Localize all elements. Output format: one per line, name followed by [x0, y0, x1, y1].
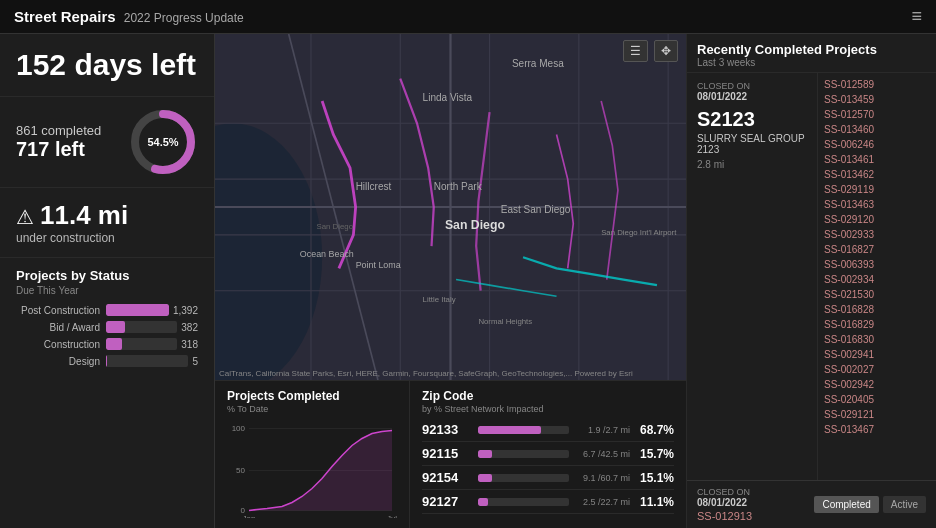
- list-item[interactable]: SS-013463: [824, 197, 930, 212]
- list-item[interactable]: SS-016829: [824, 317, 930, 332]
- rcp-detail-pane: CLOSED ON 08/01/2022 S2123 SLURRY SEAL G…: [687, 73, 817, 480]
- list-item[interactable]: SS-029120: [824, 212, 930, 227]
- list-item[interactable]: SS-002934: [824, 272, 930, 287]
- zip-code-value: 92127: [422, 494, 472, 509]
- zip-pct: 15.7%: [636, 447, 674, 461]
- bar-row: Construction 318: [16, 338, 198, 350]
- zip-pct: 15.1%: [636, 471, 674, 485]
- svg-text:North Park: North Park: [434, 181, 483, 192]
- list-item[interactable]: SS-002941: [824, 347, 930, 362]
- zip-bar: [478, 450, 569, 458]
- footer-tabs: Completed Active: [814, 496, 926, 513]
- rcp-title: Recently Completed Projects: [697, 42, 926, 57]
- bar-row: Post Construction 1,392: [16, 304, 198, 316]
- list-item[interactable]: SS-013461: [824, 152, 930, 167]
- rcp-footer-closed-date: 08/01/2022: [697, 497, 752, 508]
- zip-code-value: 92115: [422, 446, 472, 461]
- construction-label: under construction: [16, 231, 198, 245]
- rcp-project-id: S2123: [697, 108, 807, 131]
- projects-status-subtitle: Due This Year: [16, 285, 198, 296]
- zip-row: 92115 6.7 /42.5 mi 15.7%: [422, 442, 674, 466]
- left-count: 717 left: [16, 138, 101, 161]
- map-expand-btn[interactable]: ✥: [654, 40, 678, 62]
- tab-active[interactable]: Active: [883, 496, 926, 513]
- tab-completed[interactable]: Completed: [814, 496, 878, 513]
- svg-text:San Diego: San Diego: [317, 222, 354, 231]
- bar-fill: [106, 321, 125, 333]
- days-left-block: 152 days left: [0, 34, 214, 97]
- svg-text:Serra Mesa: Serra Mesa: [512, 58, 564, 69]
- zip-mi: 9.1 /60.7 mi: [575, 473, 630, 483]
- construction-mi: 11.4 mi: [40, 200, 128, 231]
- list-item[interactable]: SS-002027: [824, 362, 930, 377]
- zip-code-value: 92154: [422, 470, 472, 485]
- list-item[interactable]: SS-006246: [824, 137, 930, 152]
- rcp-footer-closed-label: CLOSED ON: [697, 487, 752, 497]
- rcp-footer: CLOSED ON 08/01/2022 SS-012913 Completed…: [687, 480, 936, 528]
- list-item[interactable]: SS-013467: [824, 422, 930, 437]
- list-item[interactable]: SS-012589: [824, 77, 930, 92]
- days-left-value: 152 days left: [16, 48, 198, 82]
- bar-value: 318: [181, 339, 198, 350]
- construction-icon: ⚠: [16, 205, 34, 229]
- list-item[interactable]: SS-013459: [824, 92, 930, 107]
- zip-bar-fill: [478, 426, 541, 434]
- line-chart-svg: 100 50 0 Jan Jul: [227, 418, 397, 518]
- list-item[interactable]: SS-012570: [824, 107, 930, 122]
- main-layout: 152 days left 861 completed 717 left 54.…: [0, 34, 936, 528]
- list-item[interactable]: SS-029121: [824, 407, 930, 422]
- zip-row: 92154 9.1 /60.7 mi 15.1%: [422, 466, 674, 490]
- rcp-closed-label: CLOSED ON: [697, 81, 807, 91]
- list-item[interactable]: SS-021530: [824, 287, 930, 302]
- menu-icon[interactable]: ≡: [911, 6, 922, 27]
- bar-track: [106, 304, 169, 316]
- rcp-footer-project-id: SS-012913: [697, 510, 752, 522]
- projects-by-status-block: Projects by Status Due This Year Post Co…: [0, 258, 214, 528]
- completed-count: 861 completed: [16, 123, 101, 138]
- map-layers-btn[interactable]: ☰: [623, 40, 648, 62]
- map-svg: Serra Mesa Linda Vista Hillcrest North P…: [215, 34, 686, 380]
- list-item[interactable]: SS-002933: [824, 227, 930, 242]
- list-item[interactable]: SS-016828: [824, 302, 930, 317]
- bar-label: Design: [16, 356, 106, 367]
- bar-fill: [106, 355, 107, 367]
- list-item[interactable]: SS-013462: [824, 167, 930, 182]
- map-panel: ☰ ✥: [215, 34, 686, 380]
- zip-title: Zip Code: [422, 389, 674, 403]
- list-item[interactable]: SS-016827: [824, 242, 930, 257]
- bar-value: 1,392: [173, 305, 198, 316]
- list-item[interactable]: SS-020405: [824, 392, 930, 407]
- zip-subtitle: by % Street Network Impacted: [422, 404, 674, 414]
- list-item[interactable]: SS-029119: [824, 182, 930, 197]
- list-item[interactable]: SS-013460: [824, 122, 930, 137]
- list-item[interactable]: SS-002942: [824, 377, 930, 392]
- map-attribution: CalTrans, California State Parks, Esri, …: [219, 369, 633, 378]
- app-title: Street Repairs: [14, 8, 116, 25]
- chart-subtitle: % To Date: [227, 404, 397, 414]
- bar-track: [106, 355, 188, 367]
- zip-bar: [478, 426, 569, 434]
- zip-mi: 1.9 /2.7 mi: [575, 425, 630, 435]
- list-item[interactable]: SS-016830: [824, 332, 930, 347]
- rcp-closed-date: 08/01/2022: [697, 91, 807, 102]
- rcp-project-name: SLURRY SEAL GROUP 2123: [697, 133, 807, 155]
- zip-rows: 92133 1.9 /2.7 mi 68.7% 92115 6.7 /42.5 …: [422, 418, 674, 514]
- zip-mi: 6.7 /42.5 mi: [575, 449, 630, 459]
- rcp-header: Recently Completed Projects Last 3 weeks: [687, 34, 936, 73]
- projects-status-title: Projects by Status: [16, 268, 198, 283]
- header: Street Repairs 2022 Progress Update ≡: [0, 0, 936, 34]
- zip-code-value: 92133: [422, 422, 472, 437]
- bar-track: [106, 321, 177, 333]
- zip-row: 92133 1.9 /2.7 mi 68.7%: [422, 418, 674, 442]
- zip-mi: 2.5 /22.7 mi: [575, 497, 630, 507]
- zip-code-block: Zip Code by % Street Network Impacted 92…: [410, 381, 686, 528]
- list-item[interactable]: SS-006393: [824, 257, 930, 272]
- bar-fill: [106, 338, 122, 350]
- svg-text:Jan: Jan: [243, 514, 256, 519]
- right-panel: Recently Completed Projects Last 3 weeks…: [686, 34, 936, 528]
- construction-block: ⚠ 11.4 mi under construction: [0, 188, 214, 258]
- rcp-list: SS-012589SS-013459SS-012570SS-013460SS-0…: [817, 73, 936, 480]
- svg-text:East San Diego: East San Diego: [501, 204, 571, 215]
- zip-row: 92127 2.5 /22.7 mi 11.1%: [422, 490, 674, 514]
- projects-completed-chart: Projects Completed % To Date 100 50 0 Ja…: [215, 381, 410, 528]
